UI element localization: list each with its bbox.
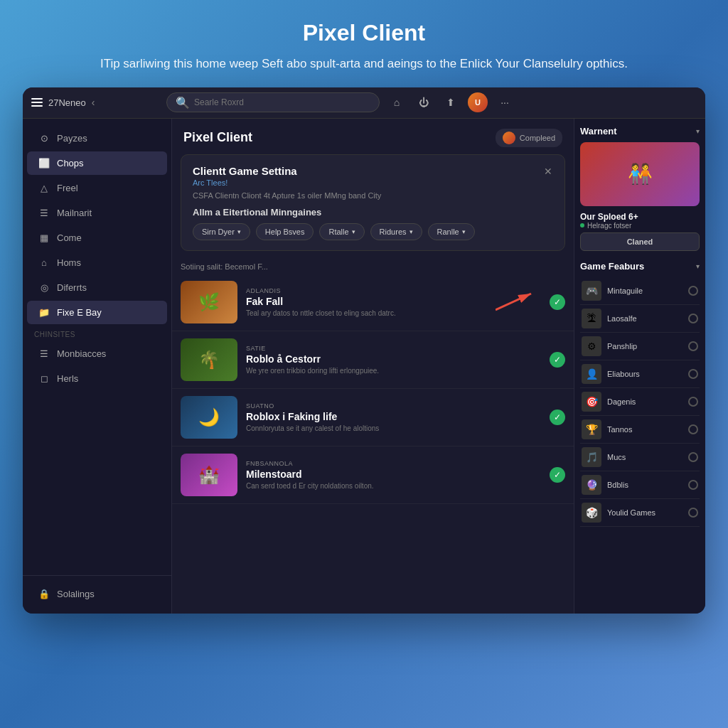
- feature-item-panshlip[interactable]: ⚙ Panshlip: [580, 333, 700, 360]
- nav-back-arrow[interactable]: ‹: [92, 97, 95, 108]
- game-category-milenstoard: Fnbsannola: [246, 460, 541, 467]
- feature-item-eliabours[interactable]: 👤 Eliabours: [580, 360, 700, 388]
- feature-item-mucs[interactable]: 🎵 Mucs: [580, 444, 700, 471]
- feature-item-laosalfe[interactable]: 🏝 Laosalfe: [580, 305, 700, 333]
- mailnarit-icon: ☰: [38, 208, 50, 218]
- feature-thumb-tannos: 🏆: [582, 419, 601, 439]
- feature-radio-eliabours[interactable]: [688, 369, 698, 379]
- filter-btn-sirn-dyer[interactable]: Sirn Dyer ▾: [193, 223, 250, 240]
- game-features-chevron-icon[interactable]: ▾: [696, 262, 700, 270]
- sidebar-item-mailnarit[interactable]: ☰ Mailnarit: [27, 201, 167, 225]
- fixe-e-bay-icon: 📁: [38, 307, 50, 318]
- page-title: Pixel Client: [183, 130, 252, 145]
- feature-item-mintaguile[interactable]: 🎮 Mintaguile: [580, 277, 700, 305]
- game-features-title: Game Feaburs: [580, 261, 644, 272]
- feature-item-bdblis[interactable]: 🔮 Bdblis: [580, 471, 700, 499]
- feature-radio-laosalfe[interactable]: [688, 314, 698, 323]
- search-input[interactable]: [194, 97, 370, 107]
- sidebar-label-mailnarit: Mailnarit: [57, 208, 92, 218]
- feature-item-dagenis[interactable]: 🎯 Dagenis: [580, 388, 700, 416]
- sidebar-item-fixe-e-bay[interactable]: 📁 Fixe E Bay: [27, 301, 167, 324]
- feature-radio-youlid-games[interactable]: [688, 508, 698, 518]
- game-check-milenstoard: ✓: [550, 467, 565, 483]
- game-thumb-roblo-cestor: 🌴: [181, 338, 237, 381]
- claned-button[interactable]: Claned: [580, 232, 700, 251]
- search-bar[interactable]: 🔍: [166, 92, 380, 112]
- game-item-milenstoard[interactable]: 🏰 Fnbsannola Milenstoard Can serd toed d…: [172, 446, 574, 504]
- monbiacces-icon: ☰: [38, 348, 50, 359]
- sidebar-item-come[interactable]: ▦ Come: [27, 226, 167, 250]
- come-icon: ▦: [38, 232, 50, 243]
- sidebar-label-monbiacces: Monbiacces: [57, 348, 106, 359]
- sidebar-item-payzes[interactable]: ⊙ Payzes: [27, 127, 167, 150]
- settings-card-section: Allm a Eitertional Minngaines: [193, 207, 553, 218]
- warnent-title: Warnent: [580, 126, 617, 136]
- game-name-roblox-faking-life: Roblox i Faking life: [246, 411, 541, 422]
- feature-thumb-mucs: 🎵: [582, 447, 601, 467]
- power-icon-btn[interactable]: ⏻: [414, 92, 434, 112]
- feature-name-mucs: Mucs: [607, 453, 682, 461]
- payzes-icon: ⊙: [38, 133, 50, 144]
- game-features-header: Game Feaburs ▾: [580, 261, 700, 272]
- game-check-roblo-cestor: ✓: [550, 352, 565, 368]
- game-info-milenstoard: Fnbsannola Milenstoard Can serd toed d E…: [246, 460, 541, 490]
- filter-btn-ridures[interactable]: Ridures ▾: [370, 223, 422, 240]
- feature-item-tannos[interactable]: 🏆 Tannos: [580, 416, 700, 444]
- status-avatar: [503, 132, 515, 144]
- sidebar-label-freel: Freel: [57, 183, 78, 193]
- featured-card: 🧑‍🤝‍🧑: [580, 142, 700, 206]
- feature-thumb-mintaguile: 🎮: [582, 281, 601, 301]
- chevron-down-icon-4: ▾: [462, 228, 466, 235]
- share-icon-btn[interactable]: ⬆: [441, 92, 461, 112]
- filter-btn-ranlle[interactable]: Ranlle ▾: [428, 223, 475, 240]
- avatar[interactable]: U: [468, 92, 488, 112]
- feature-radio-mucs[interactable]: [688, 452, 698, 462]
- sidebar-item-freel[interactable]: △ Freel: [27, 176, 167, 200]
- feature-radio-mintaguile[interactable]: [688, 286, 698, 296]
- game-item-roblox-faking-life[interactable]: 🌙 Suatno Roblox i Faking life Connloryut…: [172, 389, 574, 446]
- sidebar-item-homs[interactable]: ⌂ Homs: [27, 251, 167, 274]
- game-info-roblox-faking-life: Suatno Roblox i Faking life Connloryuta …: [246, 402, 541, 432]
- game-item-roblo-cestor[interactable]: 🌴 Satie Roblo å Cestorr We yre oren trik…: [172, 331, 574, 389]
- feature-radio-dagenis[interactable]: [688, 397, 698, 407]
- feature-name-panshlip: Panshlip: [607, 342, 682, 350]
- game-name-milenstoard: Milenstoard: [246, 469, 541, 480]
- diferrts-icon: ◎: [38, 282, 50, 293]
- sidebar-item-chops[interactable]: ⬜ Chops: [27, 151, 167, 175]
- filter-btn-rtalle[interactable]: Rtalle ▾: [319, 223, 364, 240]
- settings-card-title: Clientt Game Settina: [193, 165, 553, 177]
- filter-row: Sirn Dyer ▾ Help Bsves Rtalle ▾ Ridures …: [193, 223, 553, 240]
- sidebar-label-diferrts: Diferrts: [57, 282, 87, 293]
- svg-line-1: [496, 294, 531, 310]
- feature-radio-tannos[interactable]: [688, 424, 698, 434]
- feature-name-tannos: Tannos: [607, 425, 682, 434]
- menu-icon[interactable]: [31, 98, 43, 107]
- sidebar-label-solalings: Solalings: [57, 589, 95, 599]
- left-sidebar: ⊙ Payzes ⬜ Chops △ Freel ☰ Mailnarit ▦ C…: [23, 119, 172, 614]
- settings-card-subtitle: Arc Tlees!: [193, 178, 553, 187]
- search-icon: 🔍: [176, 96, 190, 109]
- filter-btn-help-bsves[interactable]: Help Bsves: [256, 223, 314, 240]
- online-label: Helragc fotser: [587, 222, 631, 230]
- sidebar-item-herls[interactable]: ◻ Herls: [27, 367, 167, 390]
- feature-item-youlid-games[interactable]: 🎲 Youlid Games: [580, 499, 700, 527]
- more-options-btn[interactable]: ···: [495, 92, 515, 112]
- warnent-chevron-icon[interactable]: ▾: [696, 127, 700, 135]
- feature-radio-bdblis[interactable]: [688, 480, 698, 490]
- game-name-roblo-cestor: Roblo å Cestorr: [246, 353, 541, 365]
- sidebar-item-monbiacces[interactable]: ☰ Monbiacces: [27, 342, 167, 365]
- sidebar-label-fixe-e-bay: Fixe E Bay: [57, 307, 102, 318]
- sidebar-section-chinsites: Chinsites: [23, 325, 171, 341]
- page-header: Pixel Client Compleed: [172, 119, 574, 154]
- close-button[interactable]: ✕: [540, 164, 556, 179]
- game-category-roblox-faking-life: Suatno: [246, 402, 541, 410]
- feature-name-youlid-games: Youlid Games: [607, 508, 682, 517]
- main-title: Pixel Client: [100, 20, 628, 46]
- home-icon-btn[interactable]: ⌂: [387, 92, 407, 112]
- sidebar-item-diferrts[interactable]: ◎ Diferrts: [27, 276, 167, 299]
- sidebar-item-solalings[interactable]: 🔒 Solalings: [27, 582, 167, 606]
- game-item-fak-fall[interactable]: 🌿 Adlandis Fak Fall Teal ary datos to nt…: [172, 274, 574, 331]
- title-bar-left: 27Neneo ‹: [31, 97, 159, 108]
- featured-info: Our Sploed 6+ Helragc fotser: [580, 212, 700, 230]
- feature-radio-panshlip[interactable]: [688, 341, 698, 351]
